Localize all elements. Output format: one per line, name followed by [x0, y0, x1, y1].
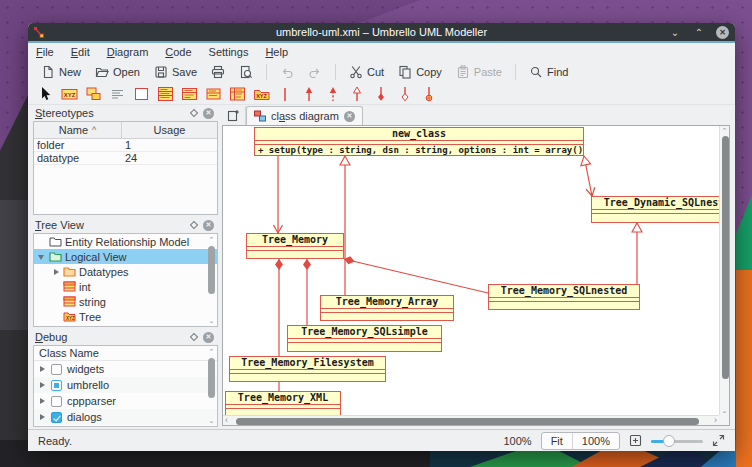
tree-view-scrollbar[interactable]: ⌃⌄	[207, 236, 216, 324]
close-button[interactable]: ✕	[716, 26, 729, 39]
float-dock-icon[interactable]	[190, 109, 198, 117]
enum-tool[interactable]	[228, 86, 247, 103]
table-row[interactable]: folder1	[34, 139, 217, 152]
tree-item-label: Entity Relationship Model	[65, 236, 189, 248]
diagram-canvas[interactable]: new_class+ setup(type : string, dsn : st…	[223, 126, 719, 415]
tab-class-diagram[interactable]: class diagram ✕	[246, 106, 363, 125]
toolbar-button-label: Copy	[416, 66, 442, 78]
copy-button[interactable]: Copy	[393, 63, 447, 81]
stereotypes-dock-titlebar[interactable]: Stereotypes ✕	[33, 105, 218, 121]
zoom-reset-icon[interactable]	[629, 434, 642, 447]
close-tab-icon[interactable]: ✕	[344, 111, 355, 122]
checkbox-checked[interactable]	[51, 412, 62, 423]
zoom-100-button[interactable]: 100%	[573, 433, 619, 449]
debug-item-umbrello[interactable]: umbrello	[34, 377, 217, 393]
zoom-fit-button[interactable]: Fit	[542, 433, 573, 449]
scroll-down-icon[interactable]: ⌄	[720, 407, 729, 414]
column-header-label: Name	[59, 124, 88, 136]
menu-help[interactable]: Help	[265, 46, 288, 58]
directed-association-tool[interactable]	[300, 86, 319, 103]
containment-tool[interactable]	[420, 86, 439, 103]
open-button[interactable]: Open	[90, 63, 145, 81]
float-dock-icon[interactable]	[190, 333, 198, 341]
canvas-horizontal-scrollbar[interactable]: ‹ ›	[223, 415, 719, 425]
generalization-tool[interactable]	[348, 86, 367, 103]
horizontal-scroll-thumb[interactable]	[236, 418, 699, 425]
close-dock-icon[interactable]: ✕	[203, 220, 214, 231]
scroll-thumb[interactable]	[208, 358, 215, 398]
expander-closed-icon[interactable]	[38, 397, 46, 405]
debug-item-widgets[interactable]: widgets	[34, 361, 217, 377]
menu-diagram[interactable]: Diagram	[107, 46, 149, 58]
close-dock-icon[interactable]: ✕	[203, 332, 214, 343]
object-tool[interactable]: XYZ	[60, 86, 79, 103]
uml-connector-line[interactable]	[344, 259, 488, 293]
column-header-usage[interactable]: Usage	[122, 122, 217, 138]
menu-code[interactable]: Code	[165, 46, 191, 58]
expander-closed-icon[interactable]	[38, 365, 46, 373]
box-tool[interactable]	[132, 86, 151, 103]
new-diagram-tab-button[interactable]	[222, 106, 246, 125]
expander-closed-icon[interactable]	[38, 381, 46, 389]
tree-item-entity-relationship-model[interactable]: Entity Relationship Model	[34, 234, 217, 249]
expander-open-icon[interactable]	[38, 253, 46, 261]
debug-item-dialogs[interactable]: dialogs	[34, 409, 217, 425]
column-header-name[interactable]: Name^	[34, 122, 122, 138]
tree-item-int[interactable]: int	[34, 279, 217, 294]
debug-item-cppparser[interactable]: cppparser	[34, 393, 217, 409]
toolbar-separator	[335, 64, 336, 80]
float-dock-icon[interactable]	[190, 221, 198, 229]
checkbox-unchecked[interactable]	[51, 364, 62, 375]
scroll-down-icon[interactable]: ⌄	[207, 417, 216, 424]
cut-button[interactable]: Cut	[344, 63, 389, 81]
datatype-tool[interactable]	[204, 86, 223, 103]
tree-item-logical-view[interactable]: Logical View	[34, 249, 217, 264]
dependency-tool[interactable]	[324, 86, 343, 103]
component-tool[interactable]	[84, 86, 103, 103]
desktop-background: umbrello-uml.xmi – Umbrello UML Modeller…	[0, 0, 752, 467]
checkbox-partial[interactable]	[51, 380, 62, 391]
tree-item-datatypes[interactable]: Datatypes	[34, 264, 217, 279]
arrow-tool[interactable]	[36, 86, 55, 103]
aggregation-tool[interactable]	[396, 86, 415, 103]
table-row[interactable]: datatype24	[34, 152, 217, 165]
titlebar[interactable]: umbrello-uml.xmi – Umbrello UML Modeller…	[28, 23, 735, 41]
menu-edit[interactable]: Edit	[71, 46, 90, 58]
scroll-down-icon[interactable]: ⌄	[207, 317, 216, 324]
scroll-up-icon[interactable]: ⌃	[207, 236, 216, 243]
package-tool[interactable]: XYZ	[252, 86, 271, 103]
vertical-scroll-thumb[interactable]	[722, 136, 729, 379]
find-button[interactable]: Find	[524, 63, 573, 81]
expander-closed-icon[interactable]	[52, 268, 60, 276]
interface-tool[interactable]	[180, 86, 199, 103]
scroll-right-icon[interactable]: ›	[714, 415, 717, 425]
class-tool[interactable]	[156, 86, 175, 103]
association-tool[interactable]	[276, 86, 295, 103]
menu-file[interactable]: File	[36, 46, 54, 58]
minimize-button[interactable]: ⌄	[668, 25, 682, 39]
expander-closed-icon[interactable]	[38, 413, 46, 421]
canvas-vertical-scrollbar[interactable]: ⌃ ⌄	[719, 126, 729, 415]
tree-item-string[interactable]: string	[34, 294, 217, 309]
maximize-button[interactable]: ⌃	[692, 25, 706, 39]
save-button[interactable]: Save	[149, 63, 202, 81]
composition-tool[interactable]	[372, 86, 391, 103]
scroll-thumb[interactable]	[208, 246, 215, 294]
zoom-slider[interactable]	[651, 434, 703, 448]
new-button[interactable]: New	[36, 63, 86, 81]
scroll-left-icon[interactable]: ‹	[225, 415, 228, 425]
text-tool[interactable]	[108, 86, 127, 103]
print-button[interactable]	[206, 63, 230, 81]
slider-handle[interactable]	[663, 435, 675, 447]
close-dock-icon[interactable]: ✕	[203, 108, 214, 119]
checkbox-unchecked[interactable]	[51, 396, 62, 407]
scroll-up-icon[interactable]: ⌃	[207, 348, 216, 355]
tree-view-dock-titlebar[interactable]: Tree View ✕	[33, 217, 218, 233]
debug-dock-titlebar[interactable]: Debug ✕	[33, 329, 218, 345]
menu-settings[interactable]: Settings	[209, 46, 249, 58]
scroll-up-icon[interactable]: ⌃	[720, 127, 729, 134]
debug-scrollbar[interactable]: ⌃⌄	[207, 348, 216, 424]
print-preview-button[interactable]	[234, 63, 258, 81]
tree-item-tree[interactable]: XYZTree	[34, 309, 217, 324]
fullscreen-icon[interactable]	[712, 434, 725, 447]
